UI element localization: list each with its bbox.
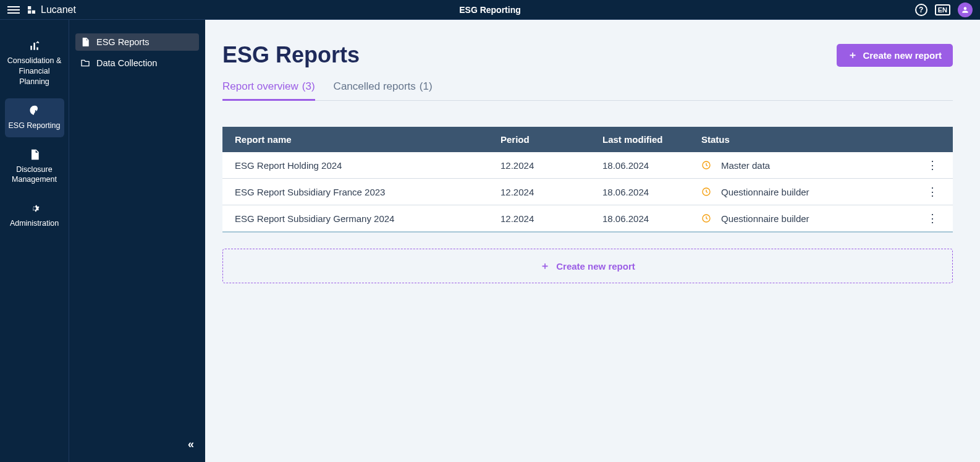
cell-period: 12.2024 — [488, 205, 590, 233]
secondary-sidebar: ESG Reports Data Collection « — [69, 20, 205, 462]
cell-status: Questionnaire builder ⋮ — [689, 205, 953, 233]
row-menu-button[interactable]: ⋮ — [924, 213, 940, 224]
create-report-button[interactable]: ＋ Create new report — [837, 44, 953, 67]
leaf-icon — [28, 105, 41, 117]
tab-label: Cancelled reports — [334, 80, 416, 94]
tabs: Report overview (3) Cancelled reports (1… — [222, 80, 953, 101]
status-text: Questionnaire builder — [721, 187, 809, 197]
navrail-item-disclosure[interactable]: Disclosure Management — [5, 142, 64, 192]
brand-logo[interactable]: Lucanet — [26, 4, 76, 15]
clock-icon — [701, 213, 711, 223]
reports-table: Report name Period Last modified Status … — [222, 127, 953, 233]
primary-nav: Consolidation & Financial Planning ESG R… — [0, 20, 69, 462]
navrail-item-administration[interactable]: Administration — [5, 196, 64, 235]
row-menu-button[interactable]: ⋮ — [924, 160, 940, 171]
cell-report-name: ESG Report Subsidiary France 2023 — [222, 179, 488, 205]
plus-icon: ＋ — [540, 260, 550, 273]
brand-name: Lucanet — [41, 4, 76, 15]
page-title: ESG Reports — [222, 42, 360, 68]
col-last-modified[interactable]: Last modified — [590, 127, 689, 152]
sidebar-item-label: ESG Reports — [96, 37, 149, 47]
cell-report-name: ESG Report Holding 2024 — [222, 152, 488, 179]
create-report-row-label: Create new report — [556, 261, 635, 272]
document-icon — [28, 148, 41, 161]
tab-count: (1) — [420, 80, 433, 94]
col-report-name[interactable]: Report name — [222, 127, 488, 152]
table-row[interactable]: ESG Report Subsidiary France 2023 12.202… — [222, 179, 953, 205]
sidebar-item-label: Data Collection — [96, 58, 157, 68]
tab-report-overview[interactable]: Report overview (3) — [222, 80, 315, 101]
sidebar-item-data-collection[interactable]: Data Collection — [75, 54, 199, 72]
clock-icon — [701, 187, 711, 197]
cell-last-modified: 18.06.2024 — [590, 205, 689, 233]
person-icon — [961, 6, 969, 14]
topbar: Lucanet ESG Reporting ? EN — [0, 0, 980, 20]
status-text: Questionnaire builder — [721, 213, 809, 224]
cell-period: 12.2024 — [488, 152, 590, 179]
cell-report-name: ESG Report Subsidiary Germany 2024 — [222, 205, 488, 233]
create-report-button-label: Create new report — [863, 50, 942, 61]
help-icon[interactable]: ? — [915, 4, 927, 16]
collapse-sidebar-button[interactable]: « — [188, 438, 194, 451]
app-title: ESG Reporting — [459, 5, 521, 15]
bar-chart-icon — [28, 40, 41, 52]
file-icon — [80, 37, 90, 47]
lucanet-logo-icon — [26, 4, 37, 15]
row-menu-button[interactable]: ⋮ — [924, 186, 940, 197]
tab-count: (3) — [302, 80, 315, 93]
menu-toggle-button[interactable] — [7, 4, 20, 16]
sidebar-item-esg-reports[interactable]: ESG Reports — [75, 33, 199, 51]
navrail-item-esg[interactable]: ESG Reporting — [5, 98, 64, 137]
tab-label: Report overview — [222, 80, 298, 93]
navrail-label: Consolidation & Financial Planning — [7, 56, 62, 87]
navrail-item-consolidation[interactable]: Consolidation & Financial Planning — [5, 33, 64, 93]
col-period[interactable]: Period — [488, 127, 590, 152]
folder-icon — [80, 58, 90, 68]
cell-period: 12.2024 — [488, 179, 590, 205]
main-content: ESG Reports ＋ Create new report Report o… — [205, 20, 980, 462]
cell-status: Questionnaire builder ⋮ — [689, 179, 953, 205]
navrail-label: Disclosure Management — [7, 165, 62, 186]
tab-cancelled-reports[interactable]: Cancelled reports (1) — [334, 80, 433, 100]
clock-icon — [701, 160, 711, 170]
cell-status: Master data ⋮ — [689, 152, 953, 179]
cell-last-modified: 18.06.2024 — [590, 179, 689, 205]
navrail-label: ESG Reporting — [8, 121, 60, 131]
status-text: Master data — [721, 160, 770, 171]
create-report-row[interactable]: ＋ Create new report — [222, 249, 953, 283]
plus-icon: ＋ — [848, 50, 858, 60]
table-row[interactable]: ESG Report Holding 2024 12.2024 18.06.20… — [222, 152, 953, 179]
gear-icon — [28, 202, 41, 215]
user-avatar[interactable] — [958, 2, 973, 17]
navrail-label: Administration — [10, 218, 59, 229]
table-row[interactable]: ESG Report Subsidiary Germany 2024 12.20… — [222, 205, 953, 233]
col-status[interactable]: Status — [689, 127, 953, 152]
language-switcher[interactable]: EN — [935, 4, 950, 15]
cell-last-modified: 18.06.2024 — [590, 152, 689, 179]
table-header-row: Report name Period Last modified Status — [222, 127, 953, 152]
